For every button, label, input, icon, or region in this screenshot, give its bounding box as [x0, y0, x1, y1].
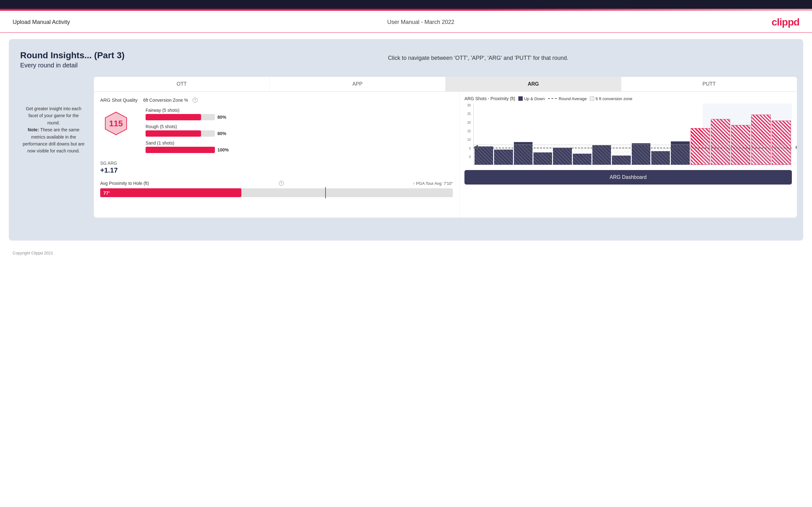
main-content: Round Insights... (Part 3) Every round i…: [9, 39, 803, 240]
tab-putt[interactable]: PUTT: [621, 77, 797, 91]
bar-row-fairway: Fairway (5 shots) 80%: [146, 108, 453, 120]
card-area: OTT APP ARG PUTT ARG Shot Quality 6ft Co…: [94, 77, 797, 218]
proximity-bar-track: 77': [100, 188, 453, 197]
header-center-label: User Manual - March 2022: [387, 19, 454, 25]
dashed-avg-line: 8: [473, 148, 792, 148]
shot-quality-header: ARG Shot Quality 6ft Conversion Zone % ?: [100, 97, 453, 103]
conversion-label: 6ft Conversion Zone %: [143, 98, 188, 103]
chart-bar: [514, 142, 532, 165]
tab-bar: OTT APP ARG PUTT: [94, 77, 797, 92]
hex-number: 115: [109, 119, 122, 128]
bar-label-rough: Rough (5 shots): [146, 124, 453, 129]
proximity-cursor: [325, 187, 326, 199]
help-icon[interactable]: ?: [193, 98, 198, 103]
hexagon: 115: [103, 111, 129, 136]
tab-arg[interactable]: ARG: [446, 77, 621, 91]
bar-label-fairway: Fairway (5 shots): [146, 108, 453, 113]
proximity-help-icon[interactable]: ?: [279, 181, 284, 186]
legend-sq-conversion: [590, 96, 594, 101]
svg-marker-4: [473, 145, 478, 149]
chart-title: ARG Shots - Proximity (ft): [464, 96, 515, 101]
bar-fill-fairway: [146, 114, 201, 120]
chart-bar: [612, 156, 630, 165]
y-axis: 0 5 10 15 20 25 30: [464, 104, 472, 159]
chart-bar: [573, 154, 592, 165]
sg-section: SG ARG +1.17: [100, 161, 453, 174]
chart-bar: [553, 148, 571, 165]
bar-track-fairway: [146, 114, 215, 120]
chart-header: ARG Shots - Proximity (ft) Up & Down Rou…: [464, 96, 792, 101]
chart-bar: [534, 153, 552, 165]
bar-track-rough: [146, 130, 215, 137]
hex-score-block: 115: [103, 111, 129, 136]
arg-dashboard-button[interactable]: ARG Dashboard: [464, 170, 792, 184]
chart-bar: [671, 142, 690, 165]
legend-dashed-line: [548, 98, 557, 99]
bar-fill-sand: [146, 147, 215, 153]
proximity-label: Avg Proximity to Hole (ft): [100, 181, 149, 186]
chart-bar: [494, 150, 513, 165]
left-panel: ARG Shot Quality 6ft Conversion Zone % ?…: [94, 92, 459, 218]
pga-label: ↑ PGA Tour Avg: 7'10": [413, 181, 453, 186]
highlight-col: [703, 104, 792, 165]
chart-container: 0 5 10 15 20 25 30: [464, 104, 792, 165]
bar-pct-fairway: 80%: [217, 115, 226, 120]
copyright: Copyright Clippd 2021: [13, 251, 53, 256]
upload-label[interactable]: Upload Manual Activity: [13, 19, 70, 25]
annotation-text: Click to navigate between 'OTT', 'APP', …: [388, 54, 568, 62]
card-body: ARG Shot Quality 6ft Conversion Zone % ?…: [94, 92, 797, 218]
header: Upload Manual Activity User Manual - Mar…: [0, 11, 812, 33]
proximity-bar-text: 77': [103, 190, 110, 195]
logo: clippd: [772, 16, 799, 28]
proximity-bar-container: 77': [100, 188, 453, 197]
tab-app[interactable]: APP: [270, 77, 446, 91]
proximity-header: Avg Proximity to Hole (ft) ? ↑ PGA Tour …: [100, 181, 453, 186]
bars-section: Fairway (5 shots) 80% Rough (5 shots): [146, 108, 453, 157]
sg-value: +1.17: [100, 166, 453, 174]
bar-track-sand: [146, 147, 215, 153]
page-subtitle: Every round in detail: [20, 62, 792, 69]
chart-bar: [651, 151, 670, 165]
side-note-bold: Note:: [28, 127, 39, 132]
chart-drawing: 8: [473, 104, 792, 165]
dashed-avg-label: 8: [796, 146, 797, 149]
proximity-bar-fill: 77': [100, 188, 241, 197]
bar-label-sand: Sand (1 shots): [146, 140, 453, 146]
legend-updown: Up & Down: [518, 96, 545, 101]
legend-sq-updown: [518, 96, 523, 101]
bar-row-sand: Sand (1 shots) 100%: [146, 140, 453, 153]
bar-pct-rough: 80%: [217, 131, 226, 136]
sg-label: SG ARG: [100, 161, 453, 166]
dashed-arrow-left: [473, 145, 478, 149]
footer: Copyright Clippd 2021: [0, 247, 812, 259]
chart-bar: [632, 143, 650, 165]
bar-pct-sand: 100%: [217, 148, 229, 153]
side-note: Get greater insight into each facet of y…: [22, 105, 85, 155]
legend-conversion-zone: 6 ft conversion zone: [590, 96, 632, 101]
bar-fill-rough: [146, 130, 201, 137]
shot-quality-label: ARG Shot Quality: [100, 97, 137, 103]
top-bar: [0, 0, 812, 9]
bar-row-rough: Rough (5 shots) 80%: [146, 124, 453, 137]
tab-ott[interactable]: OTT: [94, 77, 270, 91]
legend-round-avg: Round Average: [548, 96, 587, 101]
proximity-section: Avg Proximity to Hole (ft) ? ↑ PGA Tour …: [100, 181, 453, 197]
right-panel: ARG Shots - Proximity (ft) Up & Down Rou…: [459, 92, 797, 218]
